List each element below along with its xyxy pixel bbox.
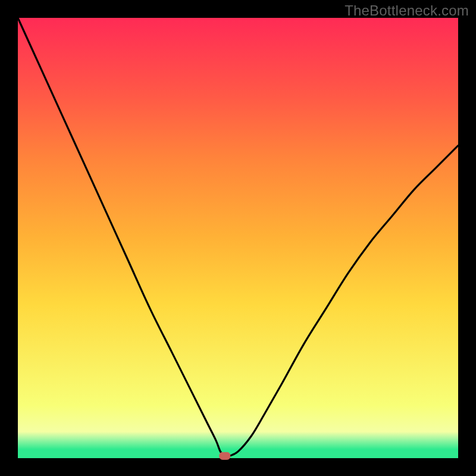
chart-frame: TheBottleneck.com <box>0 0 476 476</box>
plot-area <box>18 18 458 458</box>
curve-layer <box>18 18 458 458</box>
watermark-text: TheBottleneck.com <box>345 2 469 19</box>
bottleneck-curve <box>18 18 458 456</box>
minimum-marker <box>220 452 230 459</box>
